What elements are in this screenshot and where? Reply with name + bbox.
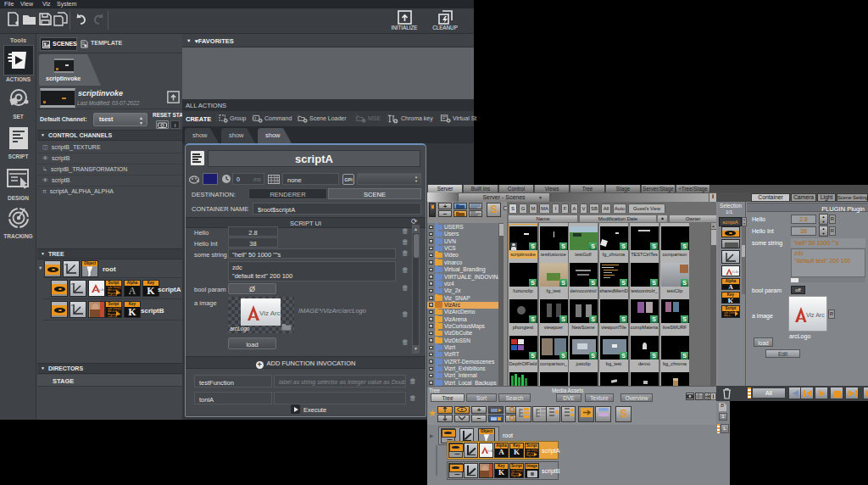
svg-text:Viz Ar: Viz Ar (97, 288, 104, 292)
svg-text:z: z (64, 262, 66, 266)
svg-text:z: z (71, 282, 73, 286)
svg-text:Viz Ar: Viz Ar (487, 449, 492, 453)
svg-text:z: z (71, 303, 73, 307)
svg-text:Viz Arc: Viz Arc (806, 312, 825, 318)
svg-text:Viz Ar: Viz Ar (732, 270, 739, 274)
svg-text:Viz Arc: Viz Arc (259, 309, 281, 317)
